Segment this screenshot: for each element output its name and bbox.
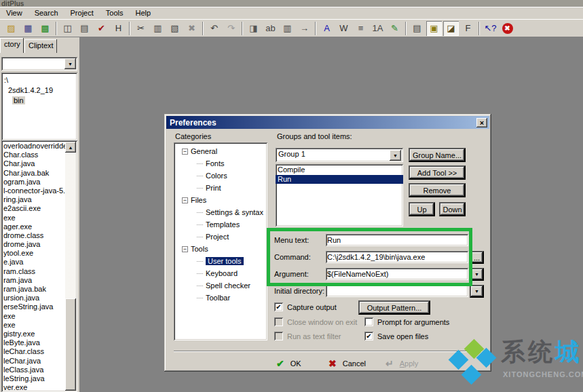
file-list-scrollbar[interactable]: ▲ — [65, 142, 76, 391]
checkbox-icon[interactable] — [274, 317, 283, 326]
print-preview-icon[interactable]: ◫ — [60, 21, 75, 36]
html-toolbar-icon[interactable]: H — [111, 21, 126, 36]
category-settings-syntax[interactable]: Settings & syntax — [174, 206, 267, 218]
argument-menu-icon[interactable]: ▼ — [470, 268, 484, 281]
directory-path-combo[interactable]: ▼ — [1, 57, 77, 71]
print-icon[interactable]: ▤ — [77, 21, 92, 36]
down-button[interactable]: Down — [439, 202, 466, 216]
category-general[interactable]: −General — [174, 145, 267, 157]
chevron-down-icon[interactable]: ▼ — [64, 58, 76, 69]
category-toolbar[interactable]: Toolbar — [174, 292, 267, 304]
command-input[interactable] — [327, 252, 466, 262]
indent-icon[interactable]: → — [297, 21, 312, 36]
category-tools[interactable]: −Tools — [174, 243, 267, 255]
cut-icon[interactable]: ✂ — [133, 21, 149, 36]
font-icon[interactable]: A — [319, 21, 335, 36]
output-toggle-icon[interactable]: ▣ — [426, 21, 442, 36]
syntax-settings-icon[interactable]: ✎ — [387, 21, 402, 36]
checkbox-icon[interactable]: ✔ — [274, 302, 283, 311]
scrollbar-thumb[interactable] — [65, 298, 76, 391]
prompt-for-arguments-checkbox[interactable]: Prompt for arguments — [364, 317, 449, 326]
delete-icon[interactable]: ✖ — [184, 21, 200, 36]
category-spell-checker[interactable]: Spell checker — [174, 279, 267, 292]
cliptext-toggle-icon[interactable]: ▤ — [409, 21, 425, 36]
tab-directory[interactable]: ctory — [0, 38, 24, 53]
initial-directory-menu-icon[interactable]: ▼ — [470, 285, 484, 298]
argument-input[interactable] — [327, 269, 466, 279]
dialog-title-bar[interactable]: Preferences × — [166, 116, 489, 129]
directory-tree-item[interactable]: bin — [4, 96, 77, 106]
up-button[interactable]: Up — [409, 202, 435, 216]
highlight-icon[interactable]: ◨ — [246, 21, 261, 36]
paste-icon[interactable]: ▧ — [167, 21, 183, 36]
menu-tools[interactable]: Tools — [100, 7, 130, 18]
tool-item-compile[interactable]: Compile — [276, 165, 403, 175]
copy-icon[interactable]: ▥ — [150, 21, 166, 36]
apply-label: Apply — [400, 359, 419, 368]
menu-search[interactable]: Search — [29, 7, 64, 18]
initial-directory-input[interactable] — [327, 286, 466, 296]
category-fonts[interactable]: Fonts — [174, 157, 267, 170]
spell-check-icon[interactable]: ✔ — [94, 21, 109, 36]
apply-button[interactable]: ↵ Apply — [385, 357, 418, 370]
run-as-text-filter-checkbox[interactable]: Run as text filter — [274, 332, 341, 340]
category-colors[interactable]: Colors — [174, 170, 267, 182]
ok-button[interactable]: ✔ OK — [276, 357, 301, 370]
menu-project[interactable]: Project — [64, 7, 100, 18]
checkbox-icon[interactable]: ✔ — [364, 332, 373, 340]
category-user-tools[interactable]: User tools — [174, 255, 267, 267]
category-print[interactable]: Print — [174, 182, 267, 194]
line-numbers-glyph: 1A — [373, 23, 383, 33]
categories-tree[interactable]: −GeneralFontsColorsPrint−FilesSettings &… — [174, 142, 267, 340]
output-pattern-button[interactable]: Output Pattern... — [358, 300, 430, 315]
category-keyboard[interactable]: Keyboard — [174, 267, 267, 279]
category-files[interactable]: −Files — [174, 194, 267, 206]
collapse-icon[interactable]: − — [182, 197, 188, 203]
collapse-icon[interactable]: − — [182, 149, 188, 155]
cancel-button[interactable]: ✖ Cancel — [328, 357, 366, 370]
menu-text-input[interactable] — [327, 235, 466, 245]
context-help-icon[interactable]: ↖? — [483, 21, 498, 36]
initial-directory-field — [326, 285, 468, 297]
find-replace-icon[interactable]: ab — [263, 21, 278, 36]
browse-button[interactable]: ... — [470, 251, 484, 264]
group-name-button[interactable]: Group Name... — [409, 148, 466, 162]
tab-cliptext[interactable]: Cliptext — [24, 39, 57, 53]
open-file-icon[interactable]: ▨ — [3, 21, 19, 36]
group-select[interactable]: Group 1 ▼ — [276, 148, 403, 162]
checkbox-icon[interactable] — [274, 332, 283, 340]
tool-item-run[interactable]: Run — [276, 175, 403, 184]
directory-tree[interactable]: :\2sdk1.4.2_19bin — [1, 73, 77, 140]
directory-tree-item[interactable]: 2sdk1.4.2_19 — [4, 85, 77, 96]
duplicate-line-icon[interactable]: ▥ — [280, 21, 295, 36]
menu-view[interactable]: View — [0, 7, 29, 18]
remove-button[interactable]: Remove — [409, 183, 466, 197]
save-all-icon[interactable]: ▩ — [37, 21, 53, 36]
scroll-up-icon[interactable]: ▲ — [65, 142, 76, 153]
capture-output-checkbox[interactable]: ✔ Capture output — [274, 302, 337, 311]
close-window-on-exit-checkbox[interactable]: Close window on exit — [274, 317, 357, 326]
save-file-glyph: ▦ — [24, 23, 32, 33]
add-tool-button[interactable]: Add Tool >> — [409, 165, 466, 180]
directory-path-input[interactable] — [3, 58, 65, 69]
chevron-down-icon[interactable]: ▼ — [390, 150, 401, 161]
close-icon[interactable]: × — [476, 118, 487, 128]
checkbox-icon[interactable] — [364, 317, 373, 326]
soft-tab-icon[interactable]: ≡ — [353, 21, 369, 36]
save-file-icon[interactable]: ▦ — [20, 21, 36, 36]
menu-help[interactable]: Help — [129, 7, 157, 18]
category-project[interactable]: Project — [174, 231, 267, 243]
directory-tree-item[interactable]: :\ — [4, 75, 77, 85]
save-open-files-checkbox[interactable]: ✔ Save open files — [364, 332, 428, 340]
stop-icon[interactable]: ✖ — [500, 21, 515, 36]
directory-toggle-icon[interactable]: ◪ — [443, 21, 459, 36]
undo-icon[interactable]: ↶ — [206, 21, 222, 36]
word-wrap-icon[interactable]: W — [336, 21, 352, 36]
cut-glyph: ✂ — [137, 23, 145, 33]
category-templates[interactable]: Templates — [174, 218, 267, 231]
function-list-icon[interactable]: F — [460, 21, 476, 36]
tool-items-list[interactable]: CompileRun — [276, 164, 403, 227]
collapse-icon[interactable]: − — [182, 246, 188, 252]
redo-icon[interactable]: ↷ — [223, 21, 239, 36]
line-numbers-icon[interactable]: 1A — [370, 21, 385, 36]
